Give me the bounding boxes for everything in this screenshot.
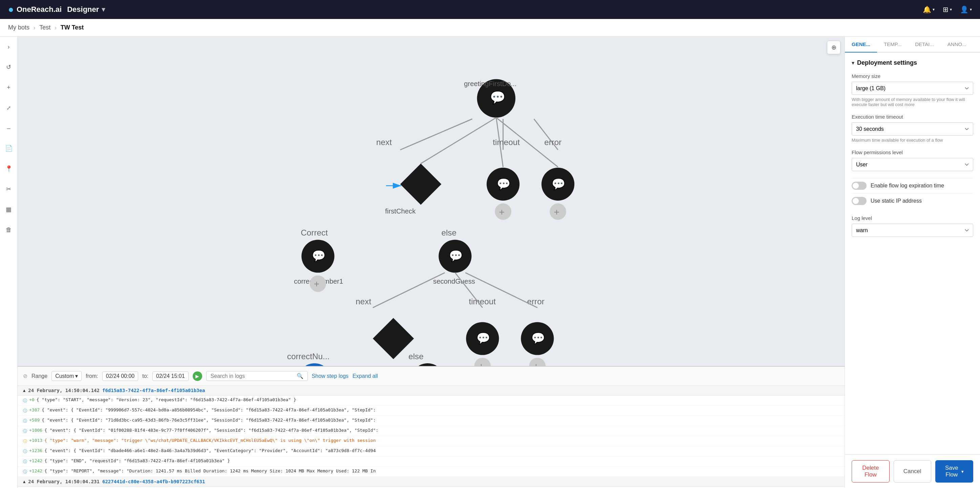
delete-flow-button[interactable]: Delete Flow [852, 460, 889, 483]
log-entry[interactable]: ⓘ +1006 { "event": { "EventId": "01f0028… [18, 426, 845, 436]
log-level-field: Log level debuginfowarnerror [852, 215, 973, 237]
execution-timeout-label: Execution time timeout [852, 114, 973, 120]
range-value: Custom [55, 373, 74, 379]
log-entry[interactable]: ⓘ +1242 { "type": "END", "requestId": "f… [18, 456, 845, 467]
deployment-section-title: Deployment settings [857, 59, 917, 66]
crosshair-icon: ⊕ [831, 44, 837, 51]
log-timestamp: 24 February, 14:50:04.231 [28, 479, 100, 484]
left-sidebar: › ↺ + ⤢ – 📄 📍 ✂ ▦ 🗑 [0, 37, 18, 488]
cancel-button[interactable]: Cancel [894, 460, 931, 483]
svg-text:💬: 💬 [476, 332, 490, 345]
log-entry[interactable]: ⓘ +589 { "event": { "EventId": "71d8d3bc… [18, 416, 845, 426]
log-entry[interactable]: ⓘ +0 { "type": "START", "message": "Vers… [18, 486, 845, 488]
tab-template[interactable]: TEMP... [877, 37, 908, 53]
log-entry-header[interactable]: ▲ 24 February, 14:50:04.142 f6d15a83-742… [18, 386, 845, 396]
save-flow-button[interactable]: Save Flow ▾ [935, 460, 973, 483]
grid-icon: ⊞ [943, 5, 948, 14]
memory-size-select[interactable]: small (256 MB)medium (512 MB)large (1 GB… [852, 82, 973, 95]
enable-flow-log-toggle[interactable] [852, 182, 867, 190]
breadcrumb: My bots › Test › TW Test [0, 19, 980, 37]
log-offset: +307 [29, 407, 40, 412]
log-level-icon: ⓘ [23, 449, 27, 455]
range-dropdown[interactable]: Custom ▾ [51, 371, 82, 381]
svg-text:+: + [554, 206, 559, 217]
log-disable-icon[interactable]: ⊘ [23, 373, 27, 379]
app-title[interactable]: Designer ▾ [67, 5, 105, 14]
svg-text:else: else [441, 228, 457, 237]
log-level-select[interactable]: debuginfowarnerror [852, 224, 973, 237]
log-level-icon: ⓘ [23, 439, 27, 444]
svg-text:+: + [499, 206, 504, 217]
user-button[interactable]: 👤 ▾ [960, 5, 972, 14]
enable-flow-log-row: Enable flow log expiration time [852, 178, 973, 193]
sidebar-minus-icon[interactable]: – [3, 122, 15, 134]
crosshair-button[interactable]: ⊕ [827, 41, 840, 54]
svg-text:timeout: timeout [469, 297, 496, 306]
log-toolbar: ⊘ Range Custom ▾ from: 02/24 00:00 to: 0… [18, 367, 845, 386]
tab-debug[interactable]: DEBU... [973, 37, 980, 53]
search-icon: 🔍 [297, 373, 304, 379]
memory-size-field: Memory size small (256 MB)medium (512 MB… [852, 73, 973, 107]
show-step-logs-button[interactable]: Show step logs [312, 373, 349, 379]
log-level-icon: ⓘ [23, 408, 27, 414]
memory-size-label: Memory size [852, 73, 973, 79]
user-chevron-icon: ▾ [970, 7, 972, 12]
sidebar-scissors-icon[interactable]: ✂ [3, 183, 15, 195]
expand-all-button[interactable]: Expand all [353, 373, 378, 379]
search-box[interactable]: 🔍 [206, 371, 308, 381]
panel-tabs: GENE... TEMP... DETAI... ANNO... DEBU... [845, 37, 980, 53]
sidebar-trash-icon[interactable]: 🗑 [3, 224, 15, 236]
log-entry[interactable]: ⓘ +0 { "type": "START", "message": "Vers… [18, 396, 845, 406]
sidebar-grid-icon[interactable]: ▦ [3, 203, 15, 215]
log-content[interactable]: ▲ 24 February, 14:50:04.142 f6d15a83-742… [18, 386, 845, 488]
from-label: from: [86, 373, 98, 379]
svg-text:💬: 💬 [497, 177, 511, 191]
play-button[interactable]: ▶ [192, 372, 202, 381]
breadcrumb-current: TW Test [60, 24, 84, 31]
tab-general[interactable]: GENE... [845, 37, 877, 53]
log-entry[interactable]: ⓘ +1242 { "type": "REPORT", "message": "… [18, 467, 845, 477]
user-icon: 👤 [960, 5, 969, 14]
log-collapse-icon: ▲ [23, 388, 25, 393]
log-level-icon: ⓘ [23, 418, 27, 424]
svg-text:+: + [533, 360, 539, 366]
sidebar-refresh-icon[interactable]: ↺ [3, 61, 15, 73]
notifications-button[interactable]: 🔔 ▾ [923, 5, 935, 14]
search-input[interactable] [211, 373, 294, 379]
log-entry[interactable]: ⓘ +307 { "event": { "EventId": "999906d7… [18, 406, 845, 416]
use-static-ip-toggle[interactable] [852, 197, 867, 205]
title-text: Designer [67, 5, 99, 14]
sidebar-location-icon[interactable]: 📍 [3, 163, 15, 175]
grid-button[interactable]: ⊞ ▾ [943, 5, 952, 14]
breadcrumb-mybots[interactable]: My bots [8, 24, 29, 31]
enable-flow-log-label: Enable flow log expiration time [870, 183, 944, 189]
tab-details[interactable]: DETAI... [908, 37, 941, 53]
sidebar-document-icon[interactable]: 📄 [3, 142, 15, 155]
execution-timeout-select[interactable]: 10 seconds30 seconds60 seconds120 second… [852, 122, 973, 136]
flow-canvas[interactable]: ⊕ next timeout error firstCheck [18, 37, 845, 366]
title-chevron-icon: ▾ [102, 5, 105, 14]
log-offset: +1013 [29, 438, 42, 443]
permissions-level-select[interactable]: UserAdminSystem [852, 158, 973, 171]
range-label: Range [32, 373, 48, 379]
breadcrumb-sep-1: › [33, 25, 35, 31]
deployment-section-header[interactable]: ▾ Deployment settings [852, 59, 973, 66]
svg-text:Correct: Correct [301, 228, 328, 237]
sidebar-expand-icon[interactable]: ⤢ [3, 102, 15, 114]
from-date-input[interactable]: 02/24 00:00 [102, 372, 138, 381]
breadcrumb-test[interactable]: Test [39, 24, 51, 31]
bell-chevron-icon: ▾ [932, 7, 935, 12]
log-entry-header[interactable]: ▲ 24 February, 14:50:04.231 6227441d-c80… [18, 477, 845, 486]
tab-annotations[interactable]: ANNO... [941, 37, 973, 53]
navbar: ● OneReach.ai Designer ▾ 🔔 ▾ ⊞ ▾ 👤 ▾ [0, 0, 980, 19]
sidebar-collapse-icon[interactable]: › [3, 41, 15, 53]
sidebar-add-icon[interactable]: + [3, 81, 15, 94]
log-message: { "event": { "EventId": "71d8d3bc-ca95-4… [41, 418, 375, 423]
svg-text:firstCheck: firstCheck [385, 207, 416, 215]
log-collapse-icon: ▲ [23, 479, 25, 484]
log-entry[interactable]: ⓘ +1236 { "event": { "EventId": "dbade46… [18, 446, 845, 456]
log-entry[interactable]: ⓘ +1013 { "type": "warn", "message": "tr… [18, 436, 845, 446]
flow-diagram: next timeout error firstCheck 💬 💬 + + C [18, 37, 845, 366]
to-date-input[interactable]: 02/24 15:01 [153, 372, 189, 381]
log-message: { "event": { "EventId": "999906d7-557c-4… [41, 407, 375, 412]
